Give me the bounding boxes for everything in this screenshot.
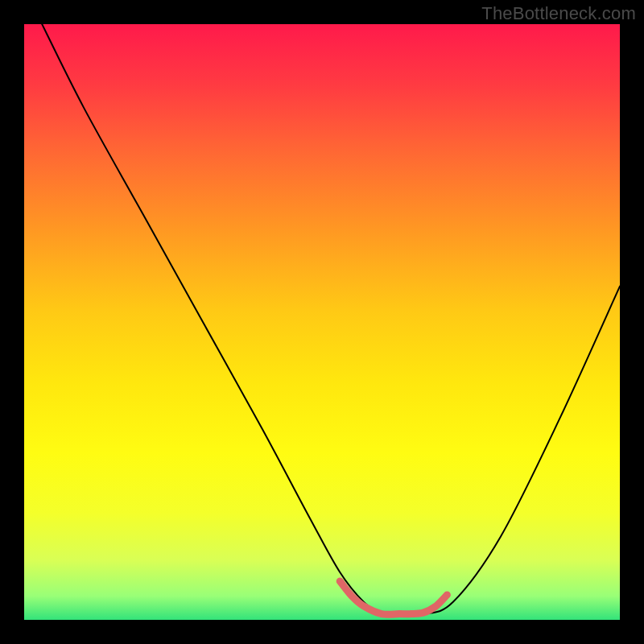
- watermark-text: TheBottleneck.com: [481, 3, 636, 24]
- plot-area: [24, 24, 620, 620]
- optimal-band-marker: [340, 581, 447, 614]
- curve-layer: [24, 24, 620, 620]
- chart-frame: TheBottleneck.com: [0, 0, 644, 644]
- bottleneck-curve: [42, 24, 620, 615]
